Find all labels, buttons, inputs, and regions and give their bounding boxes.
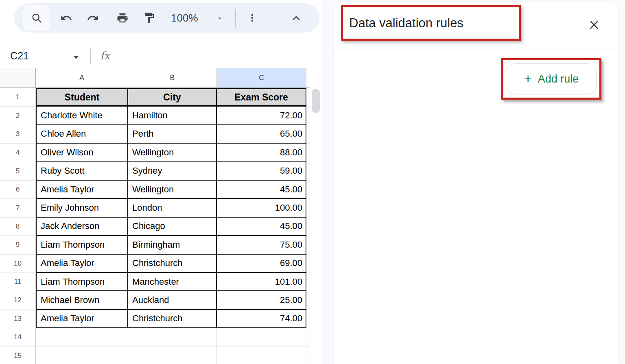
cell-A12[interactable]: Michael Brown bbox=[36, 291, 128, 310]
cell-B8[interactable]: Chicago bbox=[128, 218, 217, 236]
zoom-level[interactable]: 100% bbox=[171, 3, 198, 33]
cell-A9[interactable]: Liam Thompson bbox=[36, 236, 128, 254]
cell-B6[interactable]: Wellington bbox=[128, 181, 217, 199]
plus-icon: + bbox=[524, 72, 532, 85]
cell-C7[interactable]: 100.00 bbox=[217, 199, 306, 217]
cell-C2[interactable]: 72.00 bbox=[217, 107, 306, 125]
row-header-14[interactable]: 14 bbox=[0, 328, 36, 347]
grid-row-11: 11Liam ThompsonManchester101.00 bbox=[0, 273, 310, 291]
zoom-dropdown-caret-icon[interactable] bbox=[216, 15, 223, 22]
row-header-10[interactable]: 10 bbox=[0, 255, 36, 273]
row-header-13[interactable]: 13 bbox=[0, 310, 36, 328]
fx-icon[interactable]: fx bbox=[100, 45, 110, 68]
row-header-12[interactable]: 12 bbox=[0, 291, 36, 310]
column-header-c[interactable]: C bbox=[217, 68, 306, 88]
cell-partial-11 bbox=[306, 273, 310, 291]
cell-B14[interactable] bbox=[128, 328, 217, 347]
cell-A13[interactable]: Amelia Taylor bbox=[36, 310, 128, 328]
add-rule-button[interactable]: + Add rule bbox=[506, 63, 597, 94]
row-header-3[interactable]: 3 bbox=[0, 125, 36, 144]
formula-bar-divider bbox=[90, 48, 91, 64]
paint-format-icon[interactable] bbox=[143, 12, 155, 24]
grid-row-1: 1StudentCityExam Score bbox=[0, 88, 310, 107]
cell-A11[interactable]: Liam Thompson bbox=[36, 273, 128, 291]
cell-B15[interactable] bbox=[128, 347, 217, 364]
spreadsheet-section: 100% C21 fx ABC1StudentCityExam Score2Ch… bbox=[0, 0, 322, 364]
spreadsheet-grid: ABC1StudentCityExam Score2Charlotte Whit… bbox=[0, 68, 310, 364]
add-rule-label: Add rule bbox=[538, 73, 579, 85]
cell-B4[interactable]: Wellington bbox=[128, 144, 217, 162]
grid-row-10: 10Amelia TaylorChristchurch69.00 bbox=[0, 255, 310, 273]
sheets-app: 100% C21 fx ABC1StudentCityExam Score2Ch… bbox=[0, 0, 625, 364]
cell-partial-7 bbox=[306, 199, 310, 217]
cell-B7[interactable]: London bbox=[128, 199, 217, 217]
grid-row-15: 15 bbox=[0, 347, 310, 364]
panel-title: Data validation rules bbox=[349, 7, 463, 39]
cell-C14[interactable] bbox=[217, 328, 306, 347]
cell-C8[interactable]: 45.00 bbox=[217, 218, 306, 236]
cell-A8[interactable]: Jack Anderson bbox=[36, 218, 128, 236]
cell-C15[interactable] bbox=[217, 347, 306, 364]
cell-C13[interactable]: 74.00 bbox=[217, 310, 306, 328]
name-box[interactable]: C21 bbox=[10, 45, 29, 68]
cell-A2[interactable]: Charlotte White bbox=[36, 107, 128, 125]
cell-B12[interactable]: Auckland bbox=[128, 291, 217, 310]
select-all-corner[interactable] bbox=[0, 68, 36, 88]
cell-B10[interactable]: Christchurch bbox=[128, 255, 217, 273]
row-header-6[interactable]: 6 bbox=[0, 181, 36, 199]
cell-A1[interactable]: Student bbox=[36, 88, 128, 107]
cell-B2[interactable]: Hamilton bbox=[128, 107, 217, 125]
cell-C9[interactable]: 75.00 bbox=[217, 236, 306, 254]
print-icon[interactable] bbox=[116, 12, 129, 24]
cell-partial-5 bbox=[306, 162, 310, 181]
row-header-7[interactable]: 7 bbox=[0, 199, 36, 217]
row-header-8[interactable]: 8 bbox=[0, 218, 36, 236]
cell-A14[interactable] bbox=[36, 328, 128, 347]
cell-A10[interactable]: Amelia Taylor bbox=[36, 255, 128, 273]
cell-A7[interactable]: Emily Johnson bbox=[36, 199, 128, 217]
search-icon[interactable] bbox=[31, 12, 43, 24]
column-header-a[interactable]: A bbox=[36, 68, 128, 88]
cell-partial-12 bbox=[306, 291, 310, 310]
cell-C10[interactable]: 69.00 bbox=[217, 255, 306, 273]
cell-A3[interactable]: Chloe Allen bbox=[36, 125, 128, 144]
cell-B5[interactable]: Sydney bbox=[128, 162, 217, 181]
cell-C1[interactable]: Exam Score bbox=[217, 88, 306, 107]
cell-A15[interactable] bbox=[36, 347, 128, 364]
cell-A5[interactable]: Ruby Scott bbox=[36, 162, 128, 181]
cell-B13[interactable]: Christchurch bbox=[128, 310, 217, 328]
name-box-caret-icon[interactable] bbox=[72, 54, 80, 59]
cell-C6[interactable]: 45.00 bbox=[217, 181, 306, 199]
row-header-9[interactable]: 9 bbox=[0, 236, 36, 254]
cell-B9[interactable]: Birmingham bbox=[128, 236, 217, 254]
cell-A4[interactable]: Oliver Wilson bbox=[36, 144, 128, 162]
grid-row-13: 13Amelia TaylorChristchurch74.00 bbox=[0, 310, 310, 328]
close-icon[interactable] bbox=[588, 19, 600, 31]
more-vertical-icon[interactable] bbox=[247, 13, 257, 23]
vertical-scrollbar-thumb[interactable] bbox=[312, 89, 320, 113]
cell-partial-8 bbox=[306, 218, 310, 236]
cell-C11[interactable]: 101.00 bbox=[217, 273, 306, 291]
cell-C4[interactable]: 88.00 bbox=[217, 144, 306, 162]
row-header-11[interactable]: 11 bbox=[0, 273, 36, 291]
row-header-5[interactable]: 5 bbox=[0, 162, 36, 181]
undo-icon[interactable] bbox=[60, 12, 72, 24]
cell-B1[interactable]: City bbox=[128, 88, 217, 107]
cell-C3[interactable]: 65.00 bbox=[217, 125, 306, 144]
column-header-b[interactable]: B bbox=[128, 68, 217, 88]
grid-row-4: 4Oliver WilsonWellington88.00 bbox=[0, 144, 310, 162]
row-header-4[interactable]: 4 bbox=[0, 144, 36, 162]
row-header-1[interactable]: 1 bbox=[0, 88, 36, 107]
add-rule-annotation-box: + Add rule bbox=[501, 58, 601, 100]
row-header-15[interactable]: 15 bbox=[0, 347, 36, 364]
row-header-2[interactable]: 2 bbox=[0, 107, 36, 125]
cell-C12[interactable]: 25.00 bbox=[217, 291, 306, 310]
collapse-toolbar-icon[interactable] bbox=[290, 12, 302, 24]
redo-icon[interactable] bbox=[87, 12, 99, 24]
cell-partial-1 bbox=[306, 88, 310, 107]
cell-B3[interactable]: Perth bbox=[128, 125, 217, 144]
cell-A6[interactable]: Amelia Taylor bbox=[36, 181, 128, 199]
cell-B11[interactable]: Manchester bbox=[128, 273, 217, 291]
cell-partial-3 bbox=[306, 125, 310, 144]
cell-C5[interactable]: 59.00 bbox=[217, 162, 306, 181]
